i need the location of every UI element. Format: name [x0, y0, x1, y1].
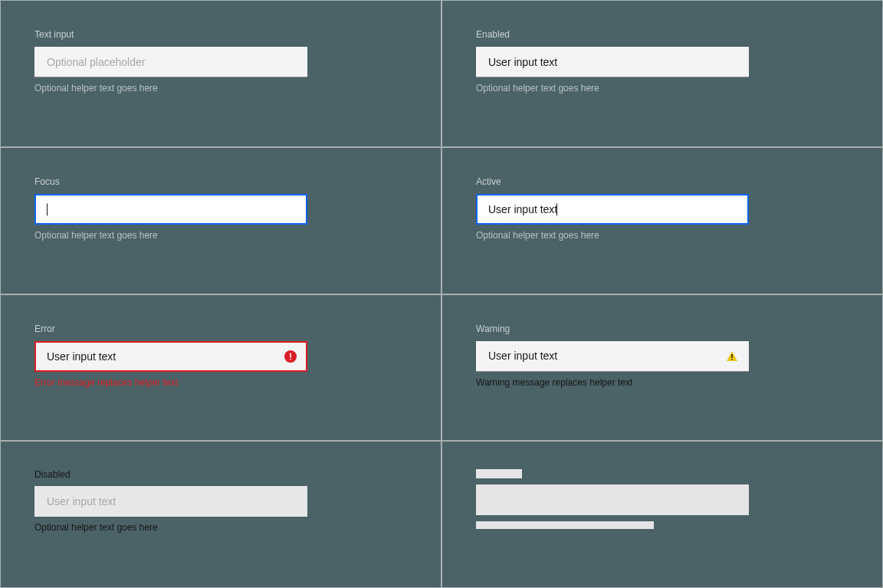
helper-text: Warning message replaces helper text	[476, 376, 849, 389]
state-focus: Focus Optional helper text goes here	[0, 147, 442, 294]
field-wrap	[34, 194, 307, 225]
field-label: Warning	[476, 323, 849, 335]
skeleton-label	[476, 469, 522, 478]
state-default: Text input Optional helper text goes her…	[0, 0, 442, 147]
text-input[interactable]	[34, 47, 307, 77]
text-input-states-grid: Text input Optional helper text goes her…	[0, 0, 883, 588]
helper-text: Optional helper text goes here	[34, 82, 407, 94]
svg-rect-5	[731, 359, 732, 360]
text-input[interactable]	[476, 341, 749, 372]
field-label: Disabled	[34, 469, 407, 480]
skeleton-input	[476, 485, 749, 515]
field-wrap	[34, 486, 307, 517]
field-label: Error	[34, 323, 407, 335]
field-wrap	[476, 341, 749, 372]
helper-text: Optional helper text goes here	[34, 229, 407, 241]
field-label: Text input	[34, 28, 407, 41]
helper-text: Error message replaces helper text	[34, 376, 407, 389]
error-icon	[284, 350, 297, 363]
svg-rect-1	[290, 353, 291, 357]
field-wrap	[476, 47, 749, 77]
field-wrap	[34, 47, 307, 77]
helper-text: Optional helper text goes here	[476, 229, 849, 241]
svg-rect-4	[731, 354, 732, 358]
field-wrap	[34, 341, 307, 372]
skeleton-helper	[476, 521, 654, 529]
text-input[interactable]	[34, 341, 307, 372]
text-input[interactable]	[476, 47, 749, 77]
text-input	[34, 486, 307, 517]
text-input[interactable]	[34, 194, 307, 225]
field-label: Focus	[34, 176, 407, 188]
state-enabled: Enabled Optional helper text goes here	[442, 0, 883, 147]
svg-rect-2	[290, 359, 291, 360]
text-input[interactable]	[476, 194, 749, 225]
field-wrap	[476, 194, 749, 225]
helper-text: Optional helper text goes here	[476, 82, 849, 94]
field-label: Active	[476, 176, 849, 188]
state-skeleton	[442, 441, 883, 588]
state-disabled: Disabled Optional helper text goes here	[0, 441, 442, 588]
field-label: Enabled	[476, 28, 849, 41]
state-warning: Warning Warning message replaces helper …	[442, 294, 883, 442]
warning-icon	[726, 350, 738, 363]
helper-text: Optional helper text goes here	[34, 521, 407, 534]
state-error: Error Error message replaces helper text	[0, 294, 442, 442]
state-active: Active Optional helper text goes here	[442, 147, 883, 294]
